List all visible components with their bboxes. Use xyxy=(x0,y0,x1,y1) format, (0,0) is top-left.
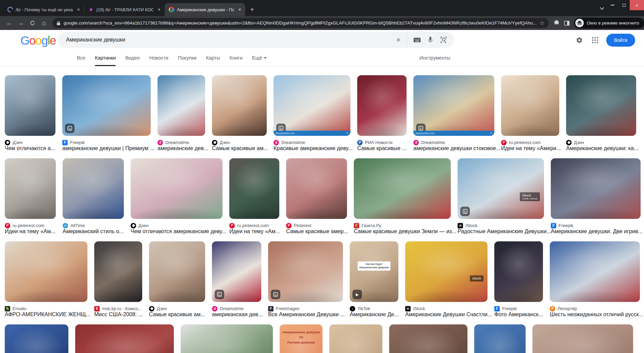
image-result-tile[interactable] xyxy=(5,158,56,219)
tools-link[interactable]: Инструменты xyxy=(419,55,450,61)
result-caption[interactable]: P ru.pinterest.com Идеи на тему «Ам... xyxy=(229,223,279,235)
image-result-tile[interactable] xyxy=(5,75,55,136)
reload-button[interactable] xyxy=(27,17,38,29)
image-result-tile[interactable] xyxy=(149,241,205,302)
result-caption[interactable]: F Freepik Фото Американск... xyxy=(494,306,543,318)
image-result-tile[interactable] xyxy=(181,324,273,353)
result-caption[interactable]: F FreeImages Все Американские Девушки ..… xyxy=(268,306,343,318)
tab-close-icon[interactable]: × xyxy=(237,7,243,13)
lens-search-icon[interactable] xyxy=(440,36,448,44)
result-caption[interactable]: К msk.kp.ru - Комсо... Мисс США-2008: ..… xyxy=(94,306,142,318)
tab-close-icon[interactable]: × xyxy=(156,7,162,13)
result-caption[interactable]: P ru.pinterest.com Идеи на тему «Ам... xyxy=(5,223,56,235)
image-result-tile[interactable] xyxy=(532,324,633,353)
result-caption[interactable]: Дзен Самые красивые ам... xyxy=(149,306,205,318)
filter-tab[interactable]: Карты xyxy=(206,50,220,66)
image-result-tile[interactable] xyxy=(389,324,467,353)
address-bar[interactable]: google.com/search?sca_esv=664a1b17173617… xyxy=(52,18,549,28)
image-result-tile[interactable] xyxy=(212,241,261,302)
search-input[interactable] xyxy=(66,37,389,43)
result-caption[interactable]: ♪ TikTok Американские Де... xyxy=(350,306,398,318)
result-caption[interactable]: iS iStock Американские Девушки Счастли..… xyxy=(405,306,488,318)
image-result-tile[interactable] xyxy=(62,75,151,136)
result-caption[interactable]: Дзен Самые красивые ам... xyxy=(212,140,267,151)
result-title: Самые красивые амер... xyxy=(286,228,348,234)
extensions-puzzle-icon[interactable] xyxy=(551,18,562,28)
result-caption[interactable]: Дзен Чем отличаются американские деву... xyxy=(131,223,222,235)
back-button[interactable]: ← xyxy=(3,17,15,29)
window-restore-button[interactable] xyxy=(618,0,630,10)
image-result-tile[interactable] xyxy=(354,158,451,219)
keyboard-icon[interactable] xyxy=(413,36,421,44)
result-caption[interactable]: d Dreamstime Красивые американские деву.… xyxy=(274,140,350,151)
tab-search-chevron-icon[interactable] xyxy=(597,3,607,13)
forward-button[interactable]: → xyxy=(15,17,27,29)
result-caption[interactable]: Г Газета.Ру Самые красивые девушки Земли… xyxy=(354,223,451,235)
result-caption[interactable]: Дзен Чем отличаются а... xyxy=(5,140,55,151)
result-caption[interactable]: Дзен Американские девушки: ка... xyxy=(566,140,636,151)
result-caption[interactable]: Envato АФРО-АМЕРИКАНСКИЕ ЖЕНЩ... xyxy=(5,306,87,318)
image-result-tile[interactable] xyxy=(94,241,142,302)
bookmark-star-icon[interactable]: ☆ xyxy=(540,20,544,26)
image-result-tile[interactable] xyxy=(474,324,526,353)
browser-tab[interactable]: Американские девушки - Поис × xyxy=(165,3,245,16)
result-caption[interactable]: Р Репортёр Шесть неожиданных отличий рус… xyxy=(550,306,640,318)
browser-tab[interactable]: (19) /b/ - ТРАВЛИ КАТИ КОСМО × xyxy=(84,3,165,16)
home-button[interactable]: ⌂ xyxy=(38,17,50,29)
filter-tab[interactable]: Книги xyxy=(230,50,243,66)
result-caption[interactable]: P Pinterest Самые красивые амер... xyxy=(286,223,347,235)
image-result-tile[interactable]: iStockCredit: Johnce xyxy=(458,158,544,219)
image-result-tile[interactable] xyxy=(229,158,279,219)
image-result-tile[interactable] xyxy=(268,241,343,302)
tab-close-icon[interactable]: × xyxy=(76,7,81,13)
filter-tab[interactable]: Ещё xyxy=(252,50,267,66)
result-caption[interactable]: Р РИА Новости Самые красивые ... xyxy=(357,140,407,151)
result-caption[interactable]: d Dreamstime американские девушки стоков… xyxy=(413,140,494,151)
image-result-tile[interactable]: dreamstime.com© xyxy=(274,75,350,136)
image-result-tile[interactable] xyxy=(75,324,174,353)
image-result-tile[interactable] xyxy=(131,158,222,219)
new-tab-button[interactable]: + xyxy=(247,5,257,14)
image-result-tile[interactable] xyxy=(494,241,543,302)
image-result-tile[interactable]: dreamstime.com© xyxy=(413,75,494,136)
window-close-button[interactable]: × xyxy=(630,0,644,10)
filter-tab[interactable]: Все xyxy=(77,50,85,66)
filter-tab[interactable]: Новости xyxy=(149,50,168,66)
window-minimize-button[interactable] xyxy=(607,0,618,10)
clear-search-icon[interactable]: × xyxy=(394,36,402,44)
result-caption[interactable]: d Dreamstime американская дев... xyxy=(212,306,261,318)
image-result-tile[interactable] xyxy=(501,75,559,136)
result-caption[interactable]: P ru.pinterest.com Идеи на тему «Амери..… xyxy=(501,140,559,151)
image-result-tile[interactable] xyxy=(329,324,382,353)
image-result-tile[interactable]: Американские девушкиVSРусские девушки xyxy=(280,324,323,353)
side-panel-icon[interactable] xyxy=(562,18,572,28)
result-caption[interactable]: ✓ AllTime Американский стиль о... xyxy=(63,223,124,235)
result-caption[interactable]: d Dreamstime американские дев... xyxy=(158,140,205,151)
image-result-tile[interactable]: iStock xyxy=(405,241,488,302)
filter-tab[interactable]: Видео xyxy=(125,50,139,66)
image-result-tile[interactable] xyxy=(212,75,267,136)
image-result-tile[interactable] xyxy=(5,241,87,302)
google-logo[interactable]: Google xyxy=(20,34,56,46)
image-result-tile[interactable]: ▶ Как выглядятАмериканские девушки xyxy=(350,241,398,302)
image-result-tile[interactable] xyxy=(566,75,636,136)
image-result-tile[interactable] xyxy=(550,241,640,302)
filter-tab[interactable]: Покупки xyxy=(178,50,197,66)
image-result-tile[interactable] xyxy=(63,158,124,219)
filter-tab[interactable]: Картинки xyxy=(95,50,116,66)
browser-tab[interactable]: /b/ - Почему ты ещё не уехал в × xyxy=(3,3,84,16)
image-result-tile[interactable] xyxy=(5,324,68,353)
google-apps-grid-icon[interactable] xyxy=(589,34,601,47)
image-result-tile[interactable] xyxy=(551,158,641,219)
image-result-tile[interactable] xyxy=(158,75,205,136)
result-caption[interactable]: F Freepik американские девушки | Премиум… xyxy=(62,140,151,151)
result-caption[interactable]: F Freepik Американские девушки. Две игри… xyxy=(551,223,641,235)
sign-in-button[interactable]: Войти xyxy=(606,34,635,47)
settings-gear-icon[interactable] xyxy=(573,34,586,47)
result-caption[interactable]: iS iStock Радостные Американские Девушки… xyxy=(458,223,544,235)
url-text[interactable]: google.com/search?sca_esv=664a1b17173617… xyxy=(64,20,536,26)
image-result-tile[interactable] xyxy=(357,75,407,136)
result-source: d Dreamstime xyxy=(274,140,350,145)
image-result-tile[interactable] xyxy=(286,158,347,219)
voice-search-icon[interactable] xyxy=(426,36,434,44)
